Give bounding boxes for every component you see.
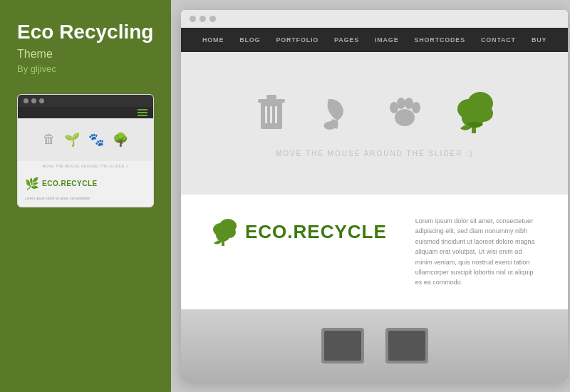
site-content-section: ECO.RECYCLE Lorem ipsum dolor sit amet, …	[181, 195, 568, 309]
hero-slider-text: MOVE THE MOUSE AROUND THE SLIDER :)	[276, 150, 473, 158]
mini-browser-mockup: 🗑 🌱 🐾 🌳 MOVE THE MOUSE AROUND THE SLIDER…	[17, 94, 154, 207]
paw-icon	[385, 92, 425, 133]
mini-hero-section: 🗑 🌱 🐾 🌳	[18, 118, 153, 161]
hero-slider: MOVE THE MOUSE AROUND THE SLIDER :)	[181, 52, 568, 195]
content-lorem-text: Lorem ipsum dolor sit amet, consectetuer…	[415, 216, 540, 288]
browser-chrome	[181, 10, 568, 28]
nav-home[interactable]: HOME	[202, 36, 224, 43]
sidebar: Eco Recycling Theme By gljivec 🗑 🌱 🐾 🌳 M…	[0, 0, 171, 392]
nav-pages[interactable]: PAGES	[334, 36, 359, 43]
svg-point-10	[412, 102, 420, 113]
main-area: HOME BLOG PORTFOLIO PAGES IMAGE SHORTCOD…	[171, 0, 570, 392]
eco-recycle-logo: ECO.RECYCLE	[209, 216, 387, 247]
bottom-image-section	[181, 309, 568, 382]
mini-slider-text: MOVE THE MOUSE AROUND THE SLIDER :)	[18, 161, 153, 171]
mini-trash-icon: 🗑	[43, 132, 56, 147]
leaf-hand-icon	[318, 92, 357, 133]
mini-lorem-text: Lorem ipsum dolor sit amet, consectetuer	[18, 196, 153, 207]
svg-point-8	[397, 98, 405, 109]
svg-rect-1	[258, 99, 285, 103]
logo-tree-icon	[209, 216, 238, 247]
nav-buy[interactable]: BUY	[532, 36, 546, 43]
browser-dot-2	[200, 16, 206, 22]
spotlight-2	[385, 328, 428, 363]
sidebar-subtitle: Theme	[17, 48, 154, 61]
site-navigation: HOME BLOG PORTFOLIO PAGES IMAGE SHORTCOD…	[181, 28, 568, 52]
mini-browser-chrome	[18, 95, 153, 107]
mini-paw-icon: 🐾	[88, 132, 104, 148]
svg-rect-3	[265, 106, 267, 123]
hero-icons-group	[254, 89, 496, 135]
nav-blog[interactable]: BLOG	[239, 36, 260, 43]
mini-leaf-icon: 🌱	[64, 132, 80, 148]
mini-dot-3	[39, 98, 44, 103]
svg-rect-20	[222, 240, 224, 246]
svg-point-19	[216, 229, 230, 242]
tree-icon	[453, 89, 496, 135]
mini-nav-bar	[18, 107, 153, 118]
nav-image[interactable]: IMAGE	[375, 36, 399, 43]
mini-hamburger-icon	[138, 109, 147, 116]
svg-rect-5	[275, 106, 277, 123]
svg-rect-2	[266, 95, 276, 99]
mini-tree-icon: 🌳	[113, 132, 128, 148]
nav-portfolio[interactable]: PORTFOLIO	[276, 36, 318, 43]
sidebar-author: By gljivec	[17, 63, 154, 74]
svg-rect-4	[270, 106, 272, 123]
logo-text: ECO.RECYCLE	[245, 221, 387, 243]
trash-icon	[254, 92, 289, 133]
sidebar-title: Eco Recycling	[17, 21, 154, 43]
mini-logo-text: ECO.RECYCLE	[42, 180, 98, 187]
svg-point-6	[395, 109, 415, 126]
nav-contact[interactable]: CONTACT	[481, 36, 516, 43]
browser-dot-3	[209, 16, 216, 22]
spotlight-1	[321, 328, 364, 363]
mini-dot-1	[24, 98, 28, 103]
browser-window: HOME BLOG PORTFOLIO PAGES IMAGE SHORTCOD…	[181, 10, 568, 382]
mini-dot-2	[31, 98, 36, 103]
mini-logo-section: 🌿 ECO.RECYCLE	[18, 171, 153, 196]
browser-dot-1	[190, 16, 196, 22]
mini-logo-tree-icon: 🌿	[25, 177, 39, 190]
nav-shortcodes[interactable]: SHORTCODES	[414, 36, 465, 43]
